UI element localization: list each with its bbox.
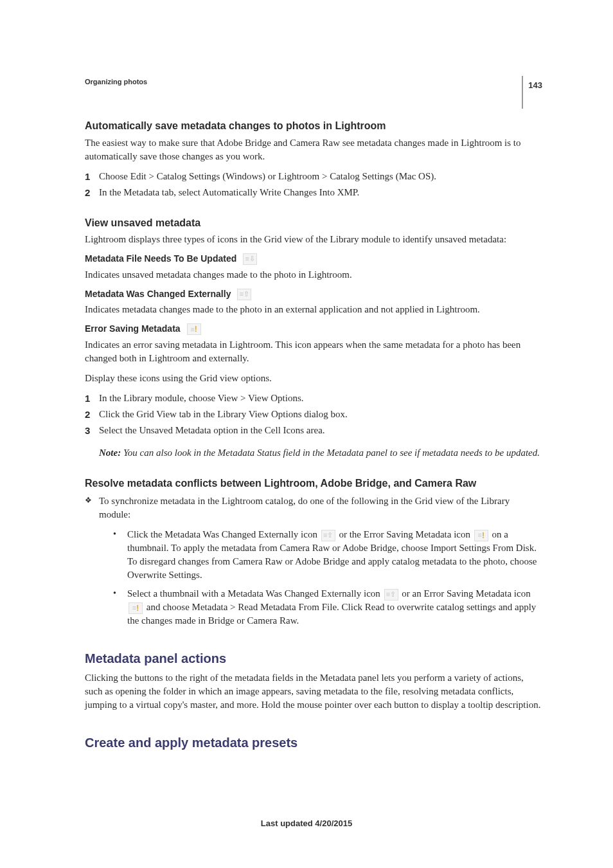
bullet-text: To synchronize metadata in the Lightroom…: [99, 494, 542, 521]
definition-term-line: Metadata File Needs To Be Updated ≡⇩: [85, 253, 542, 266]
note-label: Note:: [99, 448, 121, 458]
heading-metadata-panel-actions: Metadata panel actions: [85, 649, 542, 667]
running-header: Organizing photos: [85, 77, 542, 87]
bullet-text: Select a thumbnail with a Metadata Was C…: [127, 587, 542, 628]
metadata-changed-externally-icon: ≡⇧: [384, 589, 398, 601]
step-number: 3: [85, 424, 99, 437]
metadata-needs-update-icon: ≡⇩: [243, 253, 257, 265]
list-item: • Click the Metadata Was Changed Externa…: [113, 528, 542, 582]
list-item: 1 In the Library module, choose View > V…: [85, 392, 542, 405]
definition-term-line: Metadata Was Changed Externally ≡⇧: [85, 288, 542, 301]
bullet-text: Click the Metadata Was Changed Externall…: [127, 528, 542, 582]
list-item: 1 Choose Edit > Catalog Settings (Window…: [85, 170, 542, 183]
metadata-changed-externally-icon: ≡⇧: [321, 530, 335, 541]
text-fragment: Select a thumbnail with a Metadata Was C…: [127, 588, 383, 599]
definition-term: Metadata Was Changed Externally: [85, 288, 231, 301]
definition-desc: Indicates an error saving metadata in Li…: [85, 338, 542, 365]
note: Note: You can also look in the Metadata …: [99, 446, 542, 460]
list-item: ❖ To synchronize metadata in the Lightro…: [85, 494, 542, 521]
definition-desc: Indicates metadata changes made to the p…: [85, 303, 542, 316]
document-page: 143 Organizing photos Automatically save…: [0, 0, 613, 868]
definition-term-line: Error Saving Metadata ≡!: [85, 323, 542, 336]
paragraph: Clicking the buttons to the right of the…: [85, 671, 542, 712]
text-fragment: or an Error Saving Metadata icon: [402, 588, 530, 599]
page-number: 143: [528, 80, 542, 90]
list-item: 2 In the Metadata tab, select Automatica…: [85, 186, 542, 199]
paragraph: Lightroom displays three types of icons …: [85, 233, 542, 246]
list-item: 2 Click the Grid View tab in the Library…: [85, 408, 542, 421]
metadata-changed-externally-icon: ≡⇧: [237, 289, 251, 300]
error-saving-metadata-icon: ≡!: [129, 602, 143, 614]
ordered-list: 1 In the Library module, choose View > V…: [85, 392, 542, 437]
step-number: 2: [85, 186, 99, 199]
list-item: • Select a thumbnail with a Metadata Was…: [113, 587, 542, 628]
heading-view-unsaved: View unsaved metadata: [85, 216, 542, 230]
step-number: 1: [85, 392, 99, 405]
text-fragment: Click the Metadata Was Changed Externall…: [127, 529, 320, 539]
paragraph: The easiest way to make sure that Adobe …: [85, 136, 542, 163]
step-text: Select the Unsaved Metadata option in th…: [99, 424, 325, 437]
list-item: 3 Select the Unsaved Metadata option in …: [85, 424, 542, 437]
definition-term: Error Saving Metadata: [85, 323, 181, 336]
paragraph: Display these icons using the Grid view …: [85, 372, 542, 385]
step-text: Click the Grid View tab in the Library V…: [99, 408, 348, 421]
bullet-icon: •: [113, 528, 127, 582]
step-text: Choose Edit > Catalog Settings (Windows)…: [99, 170, 436, 183]
definition-term: Metadata File Needs To Be Updated: [85, 253, 236, 266]
page-number-block: 143: [522, 76, 542, 109]
error-saving-metadata-icon: ≡!: [474, 530, 488, 541]
bullet-icon: •: [113, 587, 127, 628]
heading-create-apply-presets: Create and apply metadata presets: [85, 734, 542, 752]
heading-auto-save: Automatically save metadata changes to p…: [85, 119, 542, 133]
text-fragment: or the Error Saving Metadata icon: [339, 529, 472, 539]
heading-resolve-conflicts: Resolve metadata conflicts between Light…: [85, 476, 542, 491]
page-footer: Last updated 4/20/2015: [0, 818, 613, 829]
step-number: 1: [85, 170, 99, 183]
ordered-list: 1 Choose Edit > Catalog Settings (Window…: [85, 170, 542, 199]
text-fragment: and choose Metadata > Read Metadata From…: [127, 602, 536, 626]
step-number: 2: [85, 408, 99, 421]
definition-desc: Indicates unsaved metadata changes made …: [85, 268, 542, 282]
note-body: You can also look in the Metadata Status…: [121, 448, 540, 458]
sub-bullet-list: • Click the Metadata Was Changed Externa…: [85, 528, 542, 628]
error-saving-metadata-icon: ≡!: [187, 323, 201, 335]
bullet-list: ❖ To synchronize metadata in the Lightro…: [85, 494, 542, 521]
step-text: In the Library module, choose View > Vie…: [99, 392, 304, 405]
diamond-bullet-icon: ❖: [85, 494, 99, 521]
step-text: In the Metadata tab, select Automaticall…: [99, 186, 359, 199]
